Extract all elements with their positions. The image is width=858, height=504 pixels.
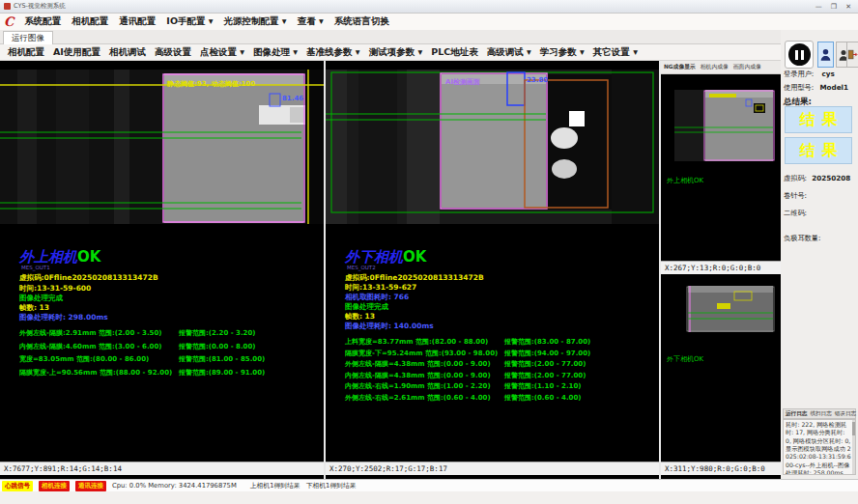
menu-item-camera-config[interactable]: 相机配置 — [72, 15, 108, 28]
time-line: 时间:13-31-59-627 — [345, 283, 416, 293]
alarm-range: 报警范围:(1.10 - 2.10) — [504, 381, 582, 391]
app-window: CYS-视觉检测系统 — ❐ ✕ C 系统配置 相机配置 通讯配置 IO手配置 … — [0, 0, 858, 504]
pause-icon — [788, 43, 811, 66]
virtual-code-value: 20250208 — [812, 174, 850, 182]
measurement-text: 宽度=83.05mm 范围:(80.00 - 86.00) — [19, 355, 149, 363]
left-camera-name: 外上相机 — [19, 248, 77, 266]
tool-camera-debug[interactable]: 相机调试 — [109, 46, 146, 59]
measurement-text: 内侧左线-隔膜:4.60mm 范围:(3.00 - 6.00) — [19, 343, 162, 350]
pixel-coordinates: X:7677;Y:891;R:14;G:14;B:14 — [4, 464, 122, 473]
app-icon — [4, 3, 11, 10]
log-tab-linescan[interactable]: 线扫日志 — [810, 410, 831, 418]
bottom-filler — [0, 491, 858, 504]
mid-coords-bar: X:270;Y:2502;R:17;G:17;B:17 — [326, 462, 659, 475]
tool-image-processing[interactable]: 图像处理 ▾ — [253, 46, 298, 59]
virtual-code-row: 虚拟码: 20250208 — [784, 174, 850, 183]
process-done-line: 图像处理完成 — [345, 302, 388, 312]
login-user-row: 登录用户: cys — [784, 70, 835, 79]
alarm-range: 报警范围:(0.60 - 4.00) — [504, 393, 582, 403]
frame-count-line: 帧数: 13 — [19, 303, 49, 313]
tool-ai-usage-config[interactable]: AI使用配置 — [53, 46, 100, 59]
minimize-button[interactable]: — — [815, 3, 822, 11]
mid-camera-image[interactable] — [326, 61, 659, 230]
title-bar: CYS-视觉检测系统 — ❐ ✕ — [0, 0, 858, 14]
alarm-range: 报警范围:(94.00 - 97.00) — [504, 349, 590, 358]
needle-number-label: 卷针号: — [784, 191, 807, 201]
bottom-thumbnail-image[interactable]: 外下相机OK — [661, 274, 781, 462]
alarm-range: 报警范围:(2.20 - 3.20) — [179, 328, 256, 338]
menu-item-system-config[interactable]: 系统配置 — [24, 15, 61, 28]
exit-button[interactable] — [846, 42, 858, 68]
tab-ng-display[interactable]: NG成像显示 — [664, 63, 696, 71]
tool-baseline-params[interactable]: 基准线参数 ▾ — [306, 46, 360, 59]
tool-plc-address-table[interactable]: PLC地址表 — [431, 46, 478, 59]
login-user-value: cys — [821, 70, 834, 78]
brand-logo-icon: C — [4, 15, 14, 28]
thumbnail-tabs: NG成像显示 相机内成像 画面内成像 — [661, 61, 781, 74]
tab-strip: 运行图像 — [0, 30, 781, 44]
elapsed-line: 图像处理耗时: 298.00ms — [19, 313, 108, 322]
comm-connect-badge: 通讯连接 — [75, 481, 106, 491]
menu-item-language-switch[interactable]: 系统语言切换 — [334, 15, 389, 28]
left-coords-bar: X:7677;Y:891;R:14;G:14;B:14 — [0, 462, 324, 475]
alarm-range: 报警范围:(0.00 - 8.00) — [179, 342, 256, 351]
menu-item-comm-config[interactable]: 通讯配置 — [119, 15, 156, 28]
user-icon — [820, 47, 831, 62]
measurement-text: 隔膜宽度-下=95.24mm 范围:(93.00 - 98.00) — [345, 350, 498, 357]
menu-bar: C 系统配置 相机配置 通讯配置 IO手配置 ▾ 光源控制配置 ▾ 查看 ▾ 系… — [0, 14, 858, 30]
tool-spot-check[interactable]: 点检设置 ▾ — [200, 46, 244, 59]
mes-status: MES_OUT2 — [347, 265, 376, 270]
measurement-text: 内侧左线-隔膜=4.38mm 范围:(0.00 - 9.00) — [345, 372, 491, 379]
user-login-button[interactable] — [817, 42, 834, 68]
main-content: 静态阈值:93, 动态阈值:100 81.46 外上相机OK MES_OUT1 … — [0, 61, 781, 479]
measurement-row: 内侧左线-右线=1.90mm 范围:(1.00 - 2.20) 报警范围:(1.… — [345, 381, 646, 391]
measurement-row: 隔膜宽度-上=90.56mm 范围:(88.00 - 92.00) 报警范围:(… — [19, 368, 321, 378]
thumb-result-label: 外下相机OK — [667, 355, 704, 363]
model-value[interactable]: Model1 — [819, 83, 848, 92]
tab-camera-view[interactable]: 相机内成像 — [701, 63, 729, 71]
tool-test-params[interactable]: 测试项参数 ▾ — [369, 46, 423, 59]
close-button[interactable]: ✕ — [845, 3, 851, 11]
left-camera-result: OK — [77, 248, 100, 266]
left-camera-panel: 静态阈值:93, 动态阈值:100 81.46 外上相机OK MES_OUT1 … — [0, 61, 324, 462]
tool-learning-params[interactable]: 学习参数 ▾ — [540, 46, 585, 59]
alarm-range: 报警范围:(81.00 - 85.00) — [179, 354, 265, 364]
mid-camera-name: 外下相机 — [345, 248, 403, 266]
toolbar: 相机配置 AI使用配置 相机调试 高级设置 点检设置 ▾ 图像处理 ▾ 基准线参… — [0, 44, 781, 61]
result-box-1: 结果 — [785, 106, 852, 133]
left-camera-image[interactable] — [0, 61, 324, 230]
tool-other-settings[interactable]: 其它设置 ▾ — [593, 46, 638, 59]
alarm-range: 报警范围:(2.00 - 77.00) — [504, 371, 586, 380]
top-thumbnail-image[interactable]: 外上相机OK — [661, 74, 781, 261]
measurement-row: 外侧左线-隔膜=4.38mm 范围:(0.00 - 9.00) 报警范围:(2.… — [345, 359, 646, 369]
log-tabs: 运行日志 线扫日志 错误日志 — [783, 408, 856, 419]
measurement-row: 内侧左线-隔膜=4.38mm 范围:(0.00 - 9.00) 报警范围:(2.… — [345, 371, 646, 380]
tool-advanced-settings[interactable]: 高级设置 — [155, 46, 191, 59]
time-line: 时间:13-31-59-600 — [19, 284, 91, 294]
lower-camera-result-status: 下相机1得到结果 — [306, 481, 357, 490]
threshold-overlay-label: 静态阈值:93, 动态阈值:100 — [167, 79, 255, 89]
right-sidebar: 登录用户: cys 使用型号: Model1 总结果: 结果 结果 虚拟码: 2… — [781, 39, 858, 479]
menu-item-view[interactable]: 查看 ▾ — [298, 15, 324, 28]
mid-camera-result: OK — [403, 248, 426, 266]
tool-advanced-debug[interactable]: 高级调试 ▾ — [487, 46, 531, 59]
mes-status: MES_OUT1 — [21, 265, 50, 270]
measurement-text: 隔膜宽度-上=90.56mm 范围:(88.00 - 92.00) — [19, 369, 172, 377]
pause-button[interactable] — [785, 41, 814, 69]
tool-camera-config[interactable]: 相机配置 — [8, 46, 44, 59]
menu-item-light-control[interactable]: 光源控制配置 ▾ — [224, 15, 287, 28]
tab-run-image[interactable]: 运行图像 — [3, 31, 53, 44]
camera-connect-badge: 相机连接 — [39, 481, 70, 491]
menu-item-io-config[interactable]: IO手配置 ▾ — [166, 15, 213, 28]
log-output[interactable]: 耗时: 222, 网络检测耗时: 17, 网络分类耗时: 0, 网络模块分区耗时… — [783, 419, 856, 475]
thumb-result-label: 外上相机OK — [667, 177, 704, 184]
maximize-button[interactable]: ❐ — [831, 3, 837, 11]
log-tab-error[interactable]: 错误日志 — [835, 410, 856, 418]
log-scrollbar[interactable] — [852, 420, 855, 474]
measurement-row: 外侧左线-右线=2.61mm 范围:(0.60 - 4.00) 报警范围:(0.… — [345, 393, 646, 403]
measurement-row: 内侧左线-隔膜:4.60mm 范围:(3.00 - 6.00) 报警范围:(0.… — [19, 342, 321, 351]
tab-frame-view[interactable]: 画面内成像 — [733, 63, 761, 71]
status-bar: 心跳信号 相机连接 通讯连接 Cpu: 0.0% Memory: 3424.41… — [0, 479, 858, 491]
log-tab-run[interactable]: 运行日志 — [786, 410, 807, 418]
sidebar-buttons — [783, 41, 858, 70]
